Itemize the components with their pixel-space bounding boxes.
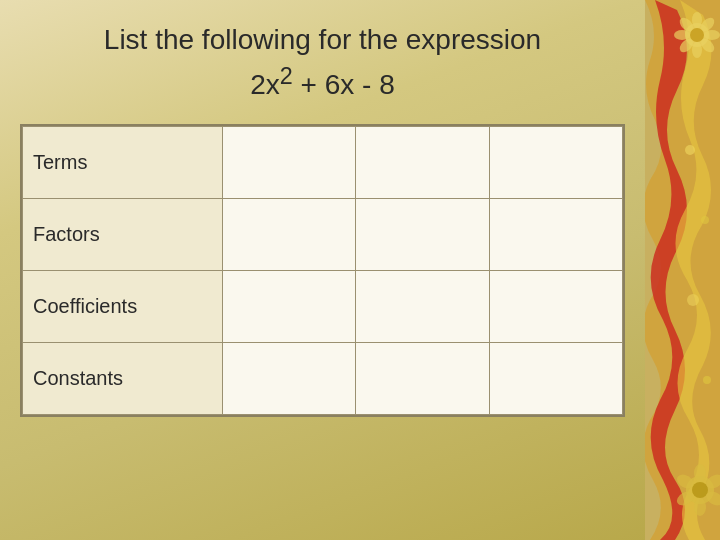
table-cell: [356, 270, 489, 342]
svg-point-21: [687, 294, 699, 306]
decorative-panel: [645, 0, 720, 540]
main-content: List the following for the expression 2x…: [0, 0, 655, 540]
table-cell: [223, 198, 356, 270]
svg-point-12: [692, 482, 708, 498]
table-row: Constants: [23, 342, 623, 414]
title-text: List the following for the expression 2x…: [20, 20, 625, 104]
table-cell: [223, 342, 356, 414]
svg-point-16: [694, 498, 706, 516]
svg-point-22: [703, 376, 711, 384]
table-cell: [489, 270, 622, 342]
table-row: Terms: [23, 126, 623, 198]
row-label-constants: Constants: [23, 342, 223, 414]
svg-point-9: [674, 30, 690, 40]
svg-point-3: [692, 12, 702, 28]
svg-point-13: [694, 464, 706, 482]
expression-table: Terms Factors Coefficients: [22, 126, 623, 415]
table-row: Coefficients: [23, 270, 623, 342]
svg-point-19: [685, 145, 695, 155]
table-cell: [356, 342, 489, 414]
table-cell: [489, 342, 622, 414]
table-cell: [223, 270, 356, 342]
decoration-svg: [645, 0, 720, 540]
expression-table-container: Terms Factors Coefficients: [20, 124, 625, 417]
title-line2: 2x2 + 6x - 8: [250, 69, 395, 100]
svg-point-2: [690, 28, 704, 42]
svg-point-7: [692, 42, 702, 58]
row-label-terms: Terms: [23, 126, 223, 198]
table-cell: [489, 126, 622, 198]
title-area: List the following for the expression 2x…: [20, 20, 625, 104]
svg-point-20: [701, 216, 709, 224]
title-2x: 2x2 + 6x - 8: [250, 69, 395, 100]
table-cell: [356, 126, 489, 198]
svg-point-5: [704, 30, 720, 40]
table-cell: [223, 126, 356, 198]
table-cell: [356, 198, 489, 270]
row-label-coefficients: Coefficients: [23, 270, 223, 342]
title-line1: List the following for the expression: [104, 24, 541, 55]
superscript-2: 2: [280, 62, 293, 88]
table-cell: [489, 198, 622, 270]
row-label-factors: Factors: [23, 198, 223, 270]
table-row: Factors: [23, 198, 623, 270]
